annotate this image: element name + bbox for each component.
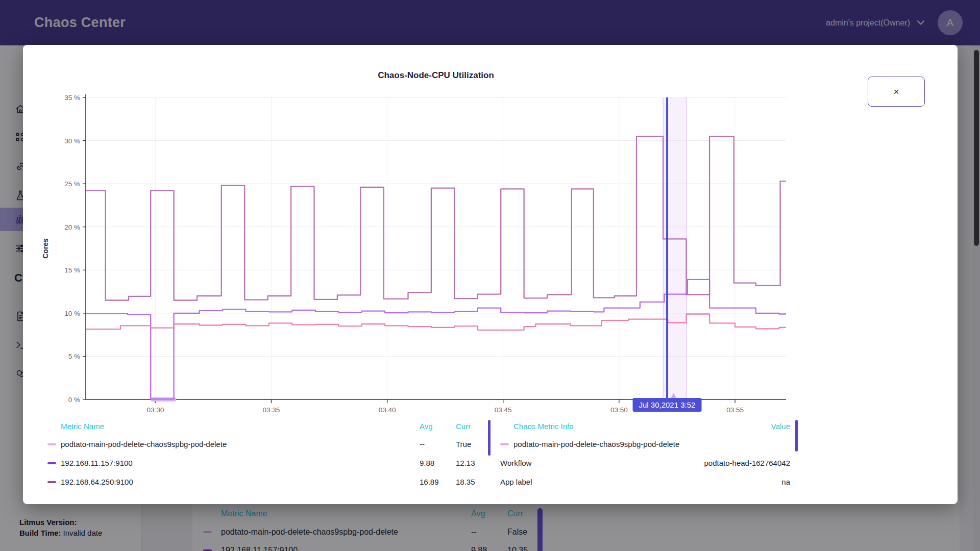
metric-curr: 12.13: [456, 459, 486, 467]
legend-row[interactable]: 192.168.11.157:91009.8812.13: [47, 454, 486, 472]
chaos-metric-info-table: Chaos Metric InfoValuepodtato-main-pod-d…: [500, 417, 790, 491]
metric-legend-table: Metric NameAvgCurrpodtato-main-pod-delet…: [47, 417, 486, 491]
metric-avg: --: [420, 440, 456, 448]
legend-row[interactable]: 192.168.64.250:910016.8918.35: [47, 472, 486, 491]
info-value: podtato-head-162764042: [704, 459, 791, 467]
node-metrics-modal: Chaos-Node-CPU Utilization × 0 %5 %10 %1…: [23, 45, 958, 504]
x-tick-label: 03:50: [610, 406, 628, 414]
y-tick-label: 15 %: [64, 266, 80, 274]
avg-header: Avg: [420, 422, 456, 431]
metric-curr: True: [456, 440, 486, 448]
series-swatch: [500, 443, 509, 445]
x-tick-label: 03:40: [379, 406, 396, 414]
metric-name-header: Metric Name: [61, 422, 420, 431]
chaos-info-row: Workflowpodtato-head-162764042: [500, 454, 790, 472]
metric-name: 192.168.11.157:9100: [61, 459, 420, 467]
x-tick-label: 03:35: [263, 406, 280, 414]
y-tick-label: 0 %: [68, 396, 80, 404]
x-tick-label: 03:45: [495, 406, 512, 414]
info-label: Workflow: [500, 459, 704, 467]
y-axis-label: Cores: [41, 238, 50, 259]
x-tick-label: 03:30: [146, 406, 164, 414]
legend-right-scrollbar[interactable]: [795, 420, 798, 452]
y-tick-label: 35 %: [64, 94, 80, 102]
legend-row[interactable]: podtato-main-pod-delete-chaos9spbg-pod-d…: [47, 435, 486, 454]
legend-header-row: Metric NameAvgCurr: [47, 417, 486, 435]
series-swatch: [47, 462, 56, 464]
x-tick-label: 03:55: [726, 406, 744, 414]
y-tick-label: 30 %: [64, 137, 80, 145]
info-label: App label: [500, 478, 781, 486]
series-swatch: [47, 481, 56, 483]
metric-avg: 16.89: [420, 478, 456, 486]
y-tick-label: 5 %: [68, 353, 80, 360]
metric-avg: 9.88: [420, 459, 456, 467]
info-value: na: [781, 478, 790, 486]
cpu-utilization-chart[interactable]: 0 %5 %10 %15 %20 %25 %30 %35 %03:3003:35…: [23, 45, 958, 417]
legend-left-scrollbar[interactable]: [488, 420, 491, 456]
chaos-info-row: App labelna: [500, 472, 790, 491]
chaos-info-row: podtato-main-pod-delete-chaos9spbg-pod-d…: [500, 435, 790, 454]
y-tick-label: 10 %: [64, 310, 80, 317]
chart-tooltip: Jul 30,2021 3:52: [632, 398, 701, 412]
value-header: Value: [771, 422, 790, 431]
metric-name: 192.168.64.250:9100: [61, 478, 420, 486]
metric-curr: 18.35: [456, 478, 486, 486]
metric-name: podtato-main-pod-delete-chaos9spbg-pod-d…: [61, 440, 420, 448]
curr-header: Curr: [456, 422, 486, 431]
chaos-metric-info-header: Chaos Metric Info: [513, 422, 771, 431]
screen: Chaos Center admin's project(Owner) A: [0, 0, 980, 551]
chaos-info-header-row: Chaos Metric InfoValue: [500, 417, 790, 435]
y-tick-label: 20 %: [64, 223, 80, 231]
info-label: podtato-main-pod-delete-chaos9spbg-pod-d…: [513, 440, 790, 448]
y-tick-label: 25 %: [64, 180, 80, 188]
series-swatch: [47, 443, 56, 445]
